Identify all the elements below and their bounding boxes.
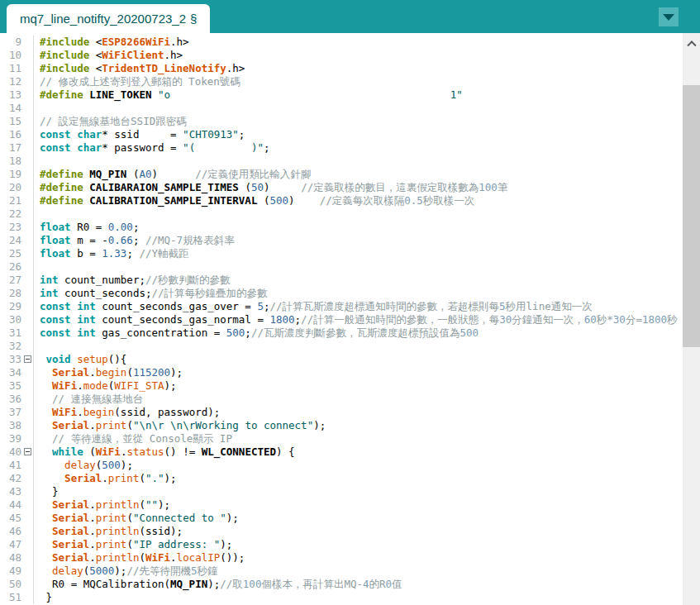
code-line[interactable]: 14 — [0, 102, 683, 115]
code-text: Serial.print("."); — [33, 472, 177, 485]
code-line[interactable]: 35 WiFi.mode(WIFI_STA); — [0, 379, 683, 393]
code-line[interactable]: 19#define MQ_PIN (A0) //定義使用類比輸入針腳 — [0, 168, 683, 181]
code-text — [33, 340, 40, 353]
code-text: WiFi.mode(WIFI_STA); — [33, 379, 177, 393]
scroll-up-button[interactable] — [683, 35, 700, 51]
code-line[interactable]: 50 R0 = MQCalibration(MQ_PIN);//取100個樣本，… — [0, 578, 683, 591]
code-line[interactable]: 16const char* ssid = "CHT0913"; — [0, 128, 683, 141]
line-number: 31 — [0, 326, 21, 340]
code-text: } — [33, 591, 52, 604]
code-text: #define MQ_PIN (A0) //定義使用類比輸入針腳 — [33, 168, 311, 181]
code-text: float b = 1.33; //Y軸截距 — [33, 247, 189, 260]
code-line[interactable]: 26 — [0, 260, 683, 274]
line-number: 29 — [0, 300, 21, 313]
code-line[interactable]: 51 } — [0, 591, 683, 604]
code-text: } — [33, 485, 59, 498]
line-number: 9 — [0, 36, 21, 49]
tab-menu-button[interactable] — [659, 7, 679, 26]
code-line[interactable]: 33 void setup(){ — [0, 353, 683, 366]
line-number: 22 — [0, 207, 21, 221]
line-number: 19 — [0, 168, 21, 181]
line-number: 25 — [0, 247, 21, 260]
fold-collapse-icon[interactable] — [24, 448, 31, 455]
code-text: Serial.println(""); — [33, 498, 170, 512]
code-text — [33, 260, 40, 274]
line-number: 23 — [0, 221, 21, 234]
code-line[interactable]: 17const char* password = "( )"; — [0, 141, 683, 155]
code-line[interactable]: 34 Serial.begin(115200); — [0, 366, 683, 379]
scrollbar-thumb[interactable] — [683, 85, 700, 347]
code-line[interactable]: 44 Serial.println(""); — [0, 498, 683, 512]
code-line[interactable]: 13#define LINE_TOKEN "o 1" — [0, 88, 683, 102]
line-number: 27 — [0, 274, 21, 287]
code-line[interactable]: 42 Serial.print("."); — [0, 472, 683, 485]
code-line[interactable]: 12// 修改成上述寄到登入郵箱的 Token號碼 — [0, 75, 683, 88]
code-line[interactable]: 32 — [0, 340, 683, 353]
code-line[interactable]: 47 Serial.print("IP address: "); — [0, 538, 683, 551]
code-text — [33, 102, 40, 115]
line-number: 15 — [0, 115, 21, 128]
line-number: 47 — [0, 538, 21, 551]
code-line[interactable]: 30const int count_seconds_gas_normal = 1… — [0, 313, 683, 326]
line-number: 16 — [0, 128, 21, 141]
code-line[interactable]: 39 // 等待連線，並從 Console顯示 IP — [0, 432, 683, 445]
code-line[interactable]: 31const int gas_concentration = 500;//瓦斯… — [0, 326, 683, 340]
code-line[interactable]: 38 Serial.print("\n\r \n\rWorking to con… — [0, 419, 683, 432]
code-text: const int gas_concentration = 500;//瓦斯濃度… — [33, 326, 479, 340]
code-line[interactable]: 25float b = 1.33; //Y軸截距 — [0, 247, 683, 260]
line-number: 46 — [0, 525, 21, 538]
line-number: 40 — [0, 445, 21, 459]
code-text: delay(500); — [33, 459, 133, 472]
code-text: #define CALIBARAION_SAMPLE_TIMES (50) //… — [33, 181, 507, 194]
line-number: 49 — [0, 565, 21, 578]
code-line[interactable]: 24float m = -0.66; //MQ-7規格表斜率 — [0, 234, 683, 247]
code-line[interactable]: 36 // 連接無線基地台 — [0, 393, 683, 406]
code-line[interactable]: 9#include <ESP8266WiFi.h> — [0, 36, 683, 49]
code-line[interactable]: 29const int count_seconds_gas_over = 5;/… — [0, 300, 683, 313]
code-text: Serial.print("\n\r \n\rWorking to connec… — [33, 419, 326, 432]
line-number: 17 — [0, 141, 21, 155]
code-text: #include <WiFiClient.h> — [33, 49, 183, 62]
code-line[interactable]: 46 Serial.println(ssid); — [0, 525, 683, 538]
fold-collapse-icon[interactable] — [24, 355, 31, 363]
code-line[interactable]: 18 — [0, 155, 683, 168]
line-number: 45 — [0, 512, 21, 525]
line-number: 13 — [0, 88, 21, 102]
code-line[interactable]: 41 delay(500); — [0, 459, 683, 472]
code-line[interactable]: 10#include <WiFiClient.h> — [0, 49, 683, 62]
code-line[interactable]: 28int count_seconds;//計算每秒鐘疊加的參數 — [0, 287, 683, 300]
code-line[interactable]: 27int count_number;//秒數判斷的參數 — [0, 274, 683, 287]
ide-window: mq7_line_notifty_20200723_2 § 9#include … — [0, 0, 700, 605]
code-line[interactable]: 48 Serial.println(WiFi.localIP()); — [0, 551, 683, 565]
code-line[interactable]: 21#define CALIBRATION_SAMPLE_INTERVAL (5… — [0, 194, 683, 207]
chevron-down-icon — [663, 14, 674, 21]
code-line[interactable]: 45 Serial.print("Connected to "); — [0, 512, 683, 525]
code-line[interactable]: 23float R0 = 0.00; — [0, 221, 683, 234]
line-number: 36 — [0, 393, 21, 406]
code-line[interactable]: 15// 設定無線基地台SSID跟密碼 — [0, 115, 683, 128]
code-text: #define CALIBRATION_SAMPLE_INTERVAL (500… — [33, 194, 474, 207]
code-text: float m = -0.66; //MQ-7規格表斜率 — [33, 234, 235, 247]
code-line[interactable]: 20#define CALIBARAION_SAMPLE_TIMES (50) … — [0, 181, 683, 194]
code-line[interactable]: 43 } — [0, 485, 683, 498]
tab-active-sketch[interactable]: mq7_line_notifty_20200723_2 § — [7, 4, 210, 33]
code-text: Serial.print("Connected to "); — [33, 512, 239, 525]
code-text: #include <TridentTD_LineNotify.h> — [33, 62, 245, 75]
code-editor[interactable]: 9#include <ESP8266WiFi.h>10#include <WiF… — [0, 33, 683, 605]
code-text: // 等待連線，並從 Console顯示 IP — [33, 432, 232, 445]
code-text: const char* password = "( )"; — [33, 141, 269, 155]
code-text: delay(5000);//先等待開機5秒鐘 — [33, 565, 218, 578]
code-line[interactable]: 37 WiFi.begin(ssid, password); — [0, 406, 683, 419]
vertical-scrollbar[interactable] — [683, 33, 700, 605]
code-line[interactable]: 22 — [0, 207, 683, 221]
code-text: // 連接無線基地台 — [33, 393, 143, 406]
code-line[interactable]: 11#include <TridentTD_LineNotify.h> — [0, 62, 683, 75]
line-number: 12 — [0, 75, 21, 88]
code-text: #include <ESP8266WiFi.h> — [33, 36, 189, 49]
code-text: WiFi.begin(ssid, password); — [33, 406, 220, 419]
line-number: 42 — [0, 472, 21, 485]
code-line[interactable]: 49 delay(5000);//先等待開機5秒鐘 — [0, 565, 683, 578]
line-number: 20 — [0, 181, 21, 194]
code-line[interactable]: 40 while (WiFi.status() != WL_CONNECTED)… — [0, 445, 683, 459]
line-number: 18 — [0, 155, 21, 168]
